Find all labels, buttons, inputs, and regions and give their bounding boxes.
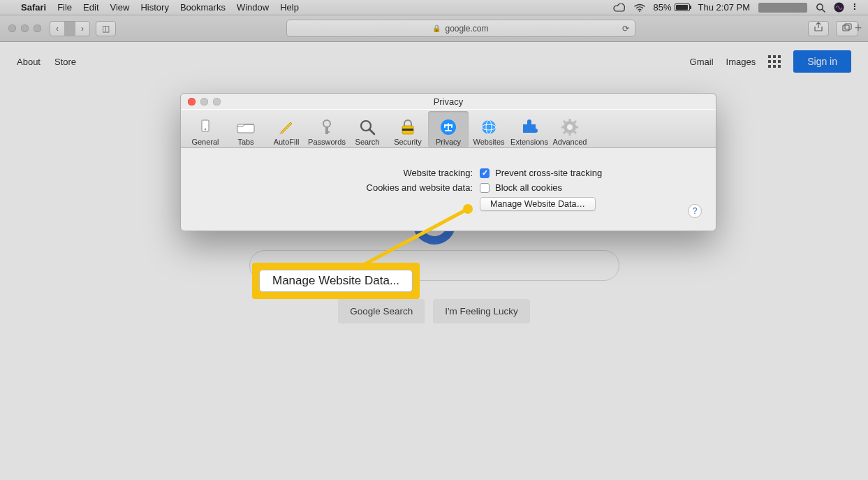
general-icon (196, 118, 215, 136)
prefs-tab-general[interactable]: General (185, 111, 226, 147)
block-cookies-checkbox[interactable] (480, 183, 490, 193)
prefs-tab-search[interactable]: Search (347, 111, 388, 147)
menu-history[interactable]: History (140, 2, 168, 13)
search-prefs-icon (358, 118, 377, 136)
annotation-text: Manage Website Data... (259, 270, 413, 292)
app-menu[interactable]: Safari (21, 2, 46, 13)
safari-toolbar: ‹ › ◫ 🔒 google.com ⟳ (0, 15, 868, 42)
prefs-title: Privacy (181, 96, 716, 107)
battery-percent-label: 85% (654, 2, 672, 13)
svg-rect-15 (402, 129, 413, 131)
prefs-tab-privacy[interactable]: Privacy (428, 111, 469, 147)
reload-icon[interactable]: ⟳ (622, 24, 629, 34)
svg-point-7 (205, 129, 206, 130)
address-bar[interactable]: 🔒 google.com ⟳ (286, 20, 635, 37)
battery-status[interactable]: 85% (654, 2, 690, 13)
svg-rect-8 (237, 124, 254, 133)
link-gmail[interactable]: Gmail (690, 57, 714, 67)
window-controls (0, 24, 50, 32)
privacy-icon (439, 118, 458, 136)
prefs-tab-tabs[interactable]: Tabs (226, 111, 266, 147)
sidebar-icon: ◫ (96, 24, 115, 34)
new-tab-button[interactable]: + (851, 21, 865, 35)
nav-back-forward: ‹ › (50, 21, 90, 36)
feeling-lucky-button[interactable]: I'm Feeling Lucky (433, 299, 530, 323)
cookies-label: Cookies and website data: (195, 182, 474, 193)
prefs-tab-extensions[interactable]: Extensions (509, 111, 550, 147)
svg-line-28 (564, 131, 566, 133)
url-host-label: google.com (445, 24, 488, 34)
menu-help[interactable]: Help (280, 2, 299, 13)
prevent-crosssite-checkbox[interactable] (480, 168, 490, 178)
svg-rect-11 (325, 131, 330, 133)
security-icon (398, 118, 418, 136)
svg-line-27 (574, 131, 576, 133)
menu-bookmarks[interactable]: Bookmarks (180, 2, 226, 13)
websites-icon (479, 118, 499, 136)
window-close[interactable] (8, 24, 16, 32)
notification-center-icon[interactable]: ⠇ (853, 2, 858, 13)
lock-icon: 🔒 (432, 24, 441, 32)
tracking-label: Website tracking: (195, 168, 474, 178)
prefs-tab-security[interactable]: Security (388, 111, 428, 147)
menu-window[interactable]: Window (237, 2, 269, 13)
google-apps-icon[interactable] (768, 55, 781, 68)
link-images[interactable]: Images (726, 57, 756, 67)
svg-rect-4 (843, 25, 849, 31)
share-icon (809, 22, 828, 34)
siri-icon[interactable] (834, 2, 844, 13)
mac-menubar: Safari File Edit View History Bookmarks … (0, 0, 868, 15)
wifi-icon[interactable] (634, 3, 645, 12)
redacted-username (758, 3, 807, 13)
passwords-icon (317, 118, 337, 136)
preferences-window: Privacy General Tabs AutoFill Passwords … (180, 93, 716, 231)
menu-view[interactable]: View (110, 2, 130, 13)
prefs-tab-advanced[interactable]: Advanced (550, 111, 590, 147)
tabs-prefs-icon (236, 118, 256, 136)
sidebar-button[interactable]: ◫ (96, 21, 116, 36)
link-about[interactable]: About (17, 57, 41, 67)
svg-point-0 (639, 10, 640, 12)
manage-website-data-button[interactable]: Manage Website Data… (480, 197, 596, 211)
prefs-tabbar: General Tabs AutoFill Passwords Search S… (181, 109, 716, 148)
sign-in-button[interactable]: Sign in (793, 50, 851, 73)
svg-point-17 (482, 120, 496, 134)
prefs-titlebar: Privacy (181, 94, 716, 109)
extensions-icon (520, 118, 539, 136)
prefs-body: Website tracking: Prevent cross-site tra… (181, 148, 716, 231)
svg-point-21 (567, 124, 573, 130)
share-button[interactable] (808, 21, 829, 36)
window-zoom[interactable] (34, 24, 41, 32)
prefs-tab-passwords[interactable]: Passwords (307, 111, 347, 147)
advanced-icon (560, 118, 580, 136)
prefs-tab-websites[interactable]: Websites (469, 111, 509, 147)
forward-button[interactable]: › (75, 24, 89, 34)
google-search-button[interactable]: Google Search (338, 299, 425, 323)
window-minimize[interactable] (21, 24, 29, 32)
spotlight-icon[interactable] (816, 3, 825, 13)
clock[interactable]: Thu 2:07 PM (698, 2, 750, 13)
svg-line-29 (574, 121, 576, 123)
prevent-crosssite-label[interactable]: Prevent cross-site tracking (495, 168, 602, 178)
svg-rect-5 (845, 24, 851, 29)
autofill-icon (277, 118, 296, 136)
menu-file[interactable]: File (57, 2, 72, 13)
svg-point-9 (323, 120, 330, 127)
help-button[interactable]: ? (688, 204, 702, 218)
annotation-callout: Manage Website Data... (252, 263, 420, 299)
svg-line-2 (823, 9, 825, 12)
prefs-tab-autofill[interactable]: AutoFill (266, 111, 307, 147)
link-store[interactable]: Store (54, 57, 76, 67)
svg-line-13 (369, 129, 374, 134)
menu-edit[interactable]: Edit (83, 2, 98, 13)
creative-cloud-icon[interactable] (613, 3, 626, 12)
svg-point-1 (817, 3, 823, 9)
svg-rect-10 (325, 126, 328, 134)
svg-line-26 (564, 121, 566, 123)
block-cookies-label[interactable]: Block all cookies (495, 182, 562, 193)
google-header: About Store Gmail Images Sign in (0, 42, 868, 81)
back-button[interactable]: ‹ (50, 24, 64, 34)
battery-icon (675, 3, 690, 11)
